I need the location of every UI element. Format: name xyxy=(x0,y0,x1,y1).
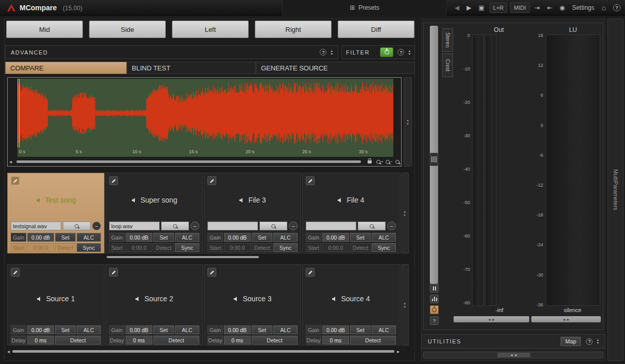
detect-button[interactable]: Detect xyxy=(153,243,174,252)
alc-button[interactable]: ALC xyxy=(372,233,396,242)
channel-side-button[interactable]: Side xyxy=(89,21,166,38)
start-value[interactable]: 0:00.0 xyxy=(27,243,54,252)
waveform-vertical-scrollbar[interactable]: ▴▾ xyxy=(404,77,412,167)
settings-button[interactable]: Settings xyxy=(568,0,598,15)
set-button[interactable]: Set xyxy=(55,233,76,242)
tab-compare[interactable]: COMPARE xyxy=(5,62,127,74)
delay-value[interactable]: 0 ms xyxy=(224,336,251,344)
source-slot[interactable]: Source 4 Gain 0.00 dB Set ALC Delay 0 ms… xyxy=(302,264,400,345)
out-meter-right[interactable] xyxy=(485,34,496,306)
scrollbar-handle[interactable]: ◂▸ xyxy=(497,353,530,357)
advanced-collapse-icon[interactable]: ▴▾ xyxy=(331,49,333,56)
remove-button[interactable]: − xyxy=(387,222,396,230)
gain-value[interactable]: 0.00 dB xyxy=(322,233,349,242)
audio-icon[interactable]: ◉ xyxy=(556,0,568,15)
gain-value[interactable]: 0.00 dB xyxy=(27,325,54,334)
pause-button[interactable] xyxy=(430,284,439,293)
gain-value[interactable]: 0.00 dB xyxy=(224,325,251,334)
multiparameters-panel[interactable]: MultiParameters xyxy=(607,19,623,361)
detect-button[interactable]: Detect xyxy=(350,243,371,252)
zoom-out-icon[interactable]: − xyxy=(386,159,393,164)
browse-button[interactable] xyxy=(63,222,91,230)
utilities-collapse-icon[interactable]: ▴▾ xyxy=(597,338,599,344)
scroll-left-icon[interactable]: ◂ xyxy=(7,349,10,354)
scroll-right-icon[interactable]: ▸ xyxy=(397,349,400,354)
detect-button[interactable]: Detect xyxy=(55,336,101,344)
scrollbar-track[interactable] xyxy=(12,350,394,353)
edit-pencil-button[interactable] xyxy=(109,268,118,277)
start-value[interactable]: 0:00.0 xyxy=(322,243,349,252)
tab-blind-test[interactable]: BLIND TEST xyxy=(127,62,256,74)
detect-button[interactable]: Detect xyxy=(252,243,272,252)
lock-icon[interactable] xyxy=(368,160,372,163)
undo-button[interactable]: ◀ xyxy=(451,0,463,15)
lu-meter-scrollbar[interactable]: ◂▸ xyxy=(531,316,601,322)
file-list-horizontal-scrollbar[interactable] xyxy=(7,256,400,259)
meter-power-button[interactable] xyxy=(430,305,439,314)
source-slot[interactable]: Source 2 Gain 0.00 dB Set ALC Delay 0 ms… xyxy=(106,264,203,345)
set-button[interactable]: Set xyxy=(350,233,371,242)
filename-field[interactable]: testsignal.wav xyxy=(11,222,61,230)
set-button[interactable]: Set xyxy=(350,325,371,334)
gain-value[interactable]: 0.00 dB xyxy=(126,233,152,242)
edit-pencil-button[interactable] xyxy=(11,176,20,185)
file-slot[interactable]: Test song testsignal.wav − Gain 0.00 dB … xyxy=(7,173,105,253)
utilities-help-icon[interactable]: ? xyxy=(586,338,593,345)
sync-button[interactable]: Sync xyxy=(77,243,101,252)
delay-value[interactable]: 0 ms xyxy=(322,336,349,344)
browse-button[interactable] xyxy=(358,222,386,230)
gain-value[interactable]: 0.00 dB xyxy=(27,233,54,242)
delay-value[interactable]: 0 ms xyxy=(126,336,152,344)
start-value[interactable]: 0:00.0 xyxy=(126,243,152,252)
waveform-scrollbar[interactable]: ◂ + − xyxy=(9,158,400,165)
edit-pencil-button[interactable] xyxy=(11,268,20,277)
filter-power-button[interactable] xyxy=(380,47,393,57)
utilities-horizontal-scrollbar[interactable]: ◂▸ xyxy=(423,352,603,358)
alc-button[interactable]: ALC xyxy=(273,233,298,242)
start-value[interactable]: 0:00.0 xyxy=(224,243,251,252)
edit-pencil-button[interactable] xyxy=(109,176,118,185)
meter-range-slider[interactable] xyxy=(430,26,438,284)
filter-help-icon[interactable]: ? xyxy=(397,49,404,56)
set-button[interactable]: Set xyxy=(153,233,174,242)
screenshot-icon[interactable]: ▣ xyxy=(475,0,488,15)
sync-button[interactable]: Sync xyxy=(175,243,199,252)
dock-out-icon[interactable]: ⇤ xyxy=(544,0,556,15)
set-button[interactable]: Set xyxy=(252,233,272,242)
channel-mid-button[interactable]: Mid xyxy=(6,21,83,38)
browse-button[interactable] xyxy=(161,222,189,230)
channel-right-button[interactable]: Right xyxy=(255,21,332,38)
utilities-bar[interactable]: UTILITIES Map ? ▴▾ xyxy=(421,334,605,349)
edit-pencil-button[interactable] xyxy=(306,268,315,277)
scroll-left-icon[interactable]: ◂ xyxy=(9,159,12,165)
filename-field[interactable] xyxy=(306,222,356,230)
file-slot[interactable]: File 3 − Gain 0.00 dB Set ALC Start 0:00… xyxy=(204,173,301,253)
alc-button[interactable]: ALC xyxy=(273,325,298,334)
detect-button[interactable]: Detect xyxy=(55,243,76,252)
alc-button[interactable]: ALC xyxy=(77,233,101,242)
home-icon[interactable]: ⌂ xyxy=(598,0,610,15)
channel-diff-button[interactable]: Diff xyxy=(338,21,414,38)
midi-button[interactable]: MIDI xyxy=(510,3,529,13)
map-button[interactable]: Map xyxy=(561,337,581,346)
meter-help-button[interactable]: ? xyxy=(430,316,439,325)
remove-button[interactable]: − xyxy=(289,222,298,230)
filename-field[interactable]: loop.wav xyxy=(109,222,160,230)
channel-mode-button[interactable]: L+R xyxy=(490,3,508,13)
edit-pencil-button[interactable] xyxy=(207,268,216,277)
waveform-display[interactable] xyxy=(18,79,393,148)
scrollbar-handle[interactable] xyxy=(107,256,259,258)
out-meter-left[interactable] xyxy=(472,34,483,306)
scrollbar-track[interactable] xyxy=(16,160,361,163)
remove-button[interactable]: − xyxy=(92,222,101,230)
gain-value[interactable]: 0.00 dB xyxy=(322,325,349,334)
zoom-in-icon[interactable]: + xyxy=(376,159,384,164)
remove-button[interactable]: − xyxy=(190,222,199,230)
zoom-fit-icon[interactable] xyxy=(395,160,400,164)
tab-generate-source[interactable]: GENERATE SOURCE xyxy=(256,62,415,74)
filter-bar[interactable]: FILTER ? ▴▾ xyxy=(341,45,415,59)
sync-button[interactable]: Sync xyxy=(273,243,298,252)
edit-pencil-button[interactable] xyxy=(306,176,315,185)
source-slot[interactable]: Source 1 Gain 0.00 dB Set ALC Delay 0 ms… xyxy=(7,264,105,345)
waveform-view[interactable]: 0 s5 s10 s15 s20 s25 s30 s xyxy=(18,79,393,157)
